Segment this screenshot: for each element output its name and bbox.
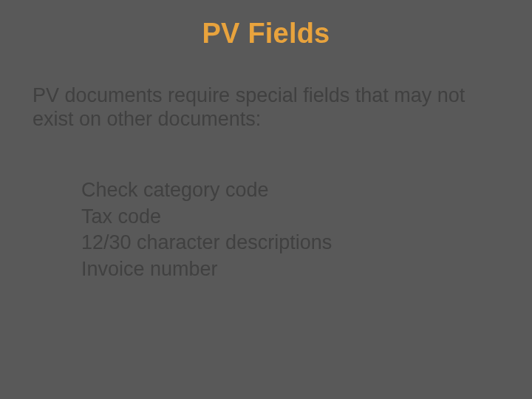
list-item: Tax code	[81, 204, 332, 231]
slide-title: PV Fields	[0, 18, 532, 50]
list-item: Invoice number	[81, 256, 332, 283]
intro-paragraph: PV documents require special fields that…	[33, 84, 499, 132]
list-item: 12/30 character descriptions	[81, 230, 332, 256]
slide: PV Fields PV documents require special f…	[0, 0, 532, 399]
list-item: Check category code	[81, 177, 332, 204]
field-list: Check category code Tax code 12/30 chara…	[81, 177, 332, 283]
